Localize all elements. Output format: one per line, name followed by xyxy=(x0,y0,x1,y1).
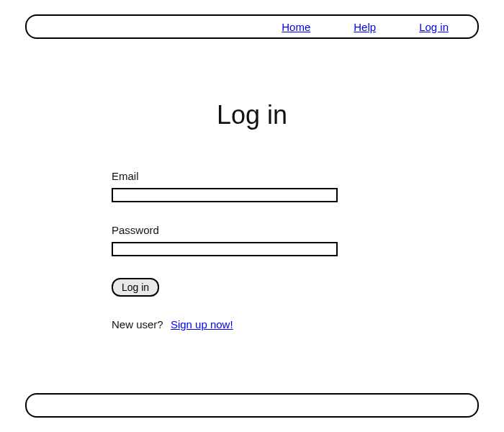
login-form: Email Password Log in New user? Sign up … xyxy=(112,170,342,330)
email-label: Email xyxy=(112,170,342,182)
password-input[interactable] xyxy=(112,242,338,256)
new-user-text: New user? xyxy=(112,318,163,330)
email-field-group: Email xyxy=(112,170,342,202)
nav-link-login[interactable]: Log in xyxy=(419,21,449,33)
signup-link[interactable]: Sign up now! xyxy=(171,318,233,330)
signup-row: New user? Sign up now! xyxy=(112,318,342,330)
password-field-group: Password xyxy=(112,224,342,256)
nav-link-help[interactable]: Help xyxy=(354,21,376,33)
nav-link-home[interactable]: Home xyxy=(282,21,310,33)
footer-bar xyxy=(25,393,479,418)
submit-row: Log in xyxy=(112,278,342,297)
main-content: Log in Email Password Log in New user? S… xyxy=(25,100,479,330)
page-title: Log in xyxy=(217,100,287,130)
email-input[interactable] xyxy=(112,188,338,202)
password-label: Password xyxy=(112,224,342,236)
header-nav-bar: Home Help Log in xyxy=(25,14,479,39)
login-button[interactable]: Log in xyxy=(112,278,159,297)
